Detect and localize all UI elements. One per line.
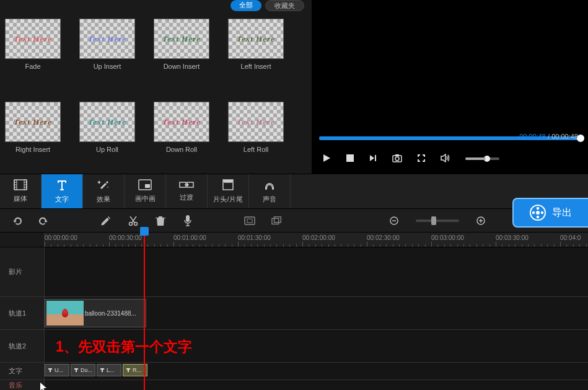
text-template-item[interactable]: Text HereLeft Roll bbox=[228, 102, 284, 167]
text-template-item[interactable]: Text HereDown Roll bbox=[154, 102, 209, 167]
template-thumbnail: Text Here bbox=[154, 102, 209, 142]
text-clip[interactable]: Do... bbox=[71, 364, 95, 376]
template-label: Up Insert bbox=[94, 63, 121, 70]
filter-all-button[interactable]: 全部 bbox=[230, 0, 261, 11]
playhead-handle[interactable] bbox=[140, 227, 149, 236]
track-label-video: 影片 bbox=[0, 247, 45, 296]
text-template-item[interactable]: Text HereFade bbox=[5, 19, 61, 84]
template-label: Down Insert bbox=[164, 63, 200, 70]
track-music[interactable] bbox=[45, 380, 588, 390]
delete-button[interactable] bbox=[155, 215, 166, 226]
zoom-slider[interactable] bbox=[416, 219, 459, 222]
edit-button[interactable] bbox=[100, 215, 112, 226]
ruler-mark: 00:02:00:00 bbox=[302, 234, 335, 241]
svg-point-15 bbox=[536, 211, 540, 215]
template-label: Left Insert bbox=[241, 63, 271, 70]
text-template-item[interactable]: Text HereUp Roll bbox=[79, 102, 135, 167]
cursor-icon bbox=[40, 383, 48, 390]
text-template-item[interactable]: Text HereUp Insert bbox=[79, 19, 135, 84]
stop-button[interactable] bbox=[346, 154, 354, 164]
text-template-item[interactable]: Text HereDown Insert bbox=[154, 19, 209, 84]
template-thumbnail: Text Here bbox=[79, 102, 135, 142]
trans-icon bbox=[179, 180, 194, 190]
ruler-mark: 00:00:30:00 bbox=[109, 234, 142, 241]
text-template-item[interactable]: Text HereRight Insert bbox=[5, 102, 61, 167]
zoom-in-button[interactable] bbox=[475, 215, 486, 226]
track-label-2: 轨道2 bbox=[0, 330, 45, 362]
time-display: 00:00:48 / 00:00:48 bbox=[519, 133, 578, 140]
tab-intro[interactable]: 片头/片尾 bbox=[208, 174, 249, 208]
play-button[interactable] bbox=[322, 153, 331, 165]
asset-panel: 全部 收藏夹 Text HereFadeText HereUp InsertTe… bbox=[0, 0, 312, 174]
video-preview[interactable] bbox=[312, 0, 588, 133]
text-clip[interactable]: U... bbox=[45, 364, 69, 376]
playhead[interactable] bbox=[144, 236, 145, 390]
audio-icon bbox=[263, 179, 276, 192]
voiceover-button[interactable] bbox=[182, 215, 193, 226]
template-label: Down Roll bbox=[166, 146, 197, 153]
video-clip[interactable]: balloon-2331488... bbox=[45, 299, 146, 327]
svg-rect-3 bbox=[395, 154, 399, 156]
template-label: Left Roll bbox=[244, 146, 268, 153]
volume-slider[interactable] bbox=[465, 157, 499, 160]
timeline-toolbar bbox=[0, 209, 588, 233]
template-label: Up Roll bbox=[96, 146, 118, 153]
track-label-text: 文字 bbox=[0, 363, 45, 379]
tab-pip[interactable]: 画中画 bbox=[125, 174, 166, 208]
zoom-out-button[interactable] bbox=[388, 215, 400, 226]
svg-point-16 bbox=[537, 207, 539, 210]
ruler-mark: 00:03:00:00 bbox=[431, 234, 464, 241]
tab-label: 声音 bbox=[263, 195, 276, 204]
template-thumbnail: Text Here bbox=[228, 102, 284, 142]
layers-button[interactable] bbox=[271, 215, 283, 226]
svg-rect-22 bbox=[186, 215, 190, 222]
fullscreen-button[interactable] bbox=[417, 154, 426, 164]
snapshot-button[interactable] bbox=[392, 154, 402, 164]
media-icon bbox=[14, 179, 27, 192]
svg-point-19 bbox=[541, 211, 543, 214]
track-1[interactable]: balloon-2331488... bbox=[45, 297, 588, 329]
text-template-item[interactable]: Text HereLeft Insert bbox=[228, 19, 284, 84]
text-template-grid: Text HereFadeText HereUp InsertText Here… bbox=[0, 6, 312, 174]
pip-icon bbox=[138, 179, 152, 192]
track-2[interactable]: 1、先双击第一个文字 bbox=[45, 330, 588, 362]
clip-name: balloon-2331488... bbox=[85, 310, 136, 317]
track-video[interactable] bbox=[45, 247, 588, 296]
filter-fav-button[interactable]: 收藏夹 bbox=[265, 0, 304, 11]
svg-point-21 bbox=[134, 222, 138, 225]
svg-point-20 bbox=[129, 222, 133, 225]
text-clip[interactable]: L... bbox=[97, 364, 121, 376]
track-label-1: 轨道1 bbox=[0, 297, 45, 329]
ruler-mark: 00:01:30:00 bbox=[238, 234, 271, 241]
template-label: Right Insert bbox=[15, 146, 50, 153]
tab-label: 画中画 bbox=[135, 194, 156, 203]
svg-rect-26 bbox=[274, 216, 281, 222]
track-text[interactable]: U...Do...L...R... bbox=[45, 363, 588, 379]
volume-button[interactable] bbox=[441, 154, 450, 164]
template-thumbnail: Text Here bbox=[5, 19, 61, 59]
svg-rect-13 bbox=[272, 187, 274, 190]
cut-button[interactable] bbox=[128, 215, 139, 226]
undo-button[interactable] bbox=[11, 215, 22, 226]
svg-point-2 bbox=[395, 157, 399, 161]
text-icon bbox=[56, 179, 68, 192]
preview-panel: 00:00:48 / 00:00:48 bbox=[312, 0, 588, 174]
template-label: Fade bbox=[25, 63, 40, 70]
tab-audio[interactable]: 声音 bbox=[249, 174, 291, 208]
tab-media[interactable]: 媒体 bbox=[0, 174, 42, 208]
crop-button[interactable] bbox=[244, 215, 255, 226]
tab-effect[interactable]: 效果 bbox=[83, 174, 125, 208]
effect-icon bbox=[97, 179, 110, 192]
timeline-ruler[interactable]: 00:00:00:0000:00:30:0000:01:00:0000:01:3… bbox=[0, 233, 588, 247]
track-label-music: 音乐 bbox=[0, 380, 45, 390]
tab-trans[interactable]: 过渡 bbox=[166, 174, 208, 208]
svg-point-18 bbox=[532, 211, 535, 214]
ruler-mark: 00:04:0 bbox=[560, 234, 581, 241]
tab-text[interactable]: 文字 bbox=[42, 174, 83, 208]
player-controls: 00:00:48 / 00:00:48 bbox=[312, 144, 588, 174]
tab-label: 过渡 bbox=[180, 193, 193, 202]
tab-label: 片头/片尾 bbox=[213, 195, 242, 204]
step-button[interactable] bbox=[369, 154, 377, 164]
redo-button[interactable] bbox=[38, 215, 50, 226]
export-button[interactable]: 导出 bbox=[512, 198, 588, 228]
